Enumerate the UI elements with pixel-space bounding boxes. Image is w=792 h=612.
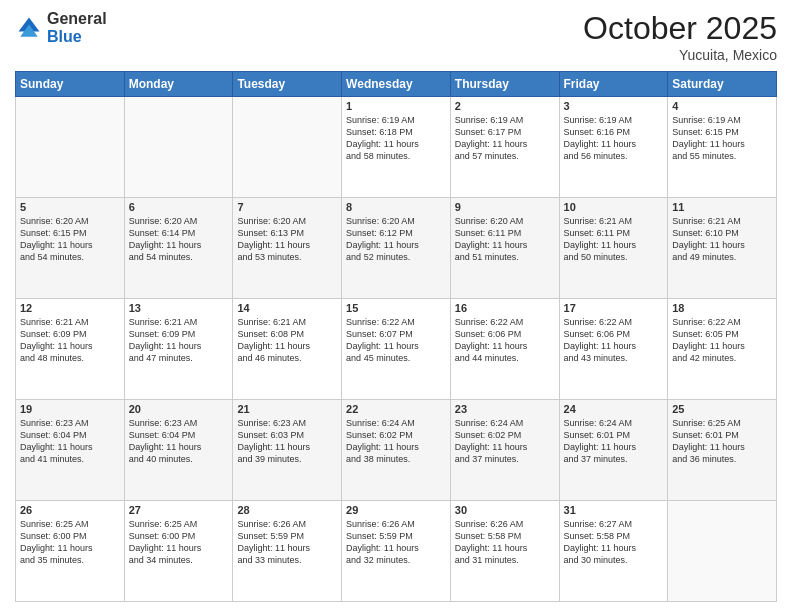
table-row: 22Sunrise: 6:24 AM Sunset: 6:02 PM Dayli… [342,400,451,501]
day-info: Sunrise: 6:24 AM Sunset: 6:02 PM Dayligh… [455,417,555,466]
day-info: Sunrise: 6:22 AM Sunset: 6:05 PM Dayligh… [672,316,772,365]
day-number: 21 [237,403,337,415]
col-sunday: Sunday [16,72,125,97]
day-number: 31 [564,504,664,516]
table-row: 23Sunrise: 6:24 AM Sunset: 6:02 PM Dayli… [450,400,559,501]
day-number: 26 [20,504,120,516]
logo-text: General Blue [47,10,107,45]
day-info: Sunrise: 6:23 AM Sunset: 6:04 PM Dayligh… [20,417,120,466]
header-row: Sunday Monday Tuesday Wednesday Thursday… [16,72,777,97]
table-row: 7Sunrise: 6:20 AM Sunset: 6:13 PM Daylig… [233,198,342,299]
calendar-week-row: 5Sunrise: 6:20 AM Sunset: 6:15 PM Daylig… [16,198,777,299]
table-row: 3Sunrise: 6:19 AM Sunset: 6:16 PM Daylig… [559,97,668,198]
logo-general: General [47,10,107,28]
day-info: Sunrise: 6:19 AM Sunset: 6:16 PM Dayligh… [564,114,664,163]
table-row: 24Sunrise: 6:24 AM Sunset: 6:01 PM Dayli… [559,400,668,501]
day-info: Sunrise: 6:23 AM Sunset: 6:03 PM Dayligh… [237,417,337,466]
col-monday: Monday [124,72,233,97]
table-row: 27Sunrise: 6:25 AM Sunset: 6:00 PM Dayli… [124,501,233,602]
day-info: Sunrise: 6:26 AM Sunset: 5:59 PM Dayligh… [346,518,446,567]
calendar-week-row: 1Sunrise: 6:19 AM Sunset: 6:18 PM Daylig… [16,97,777,198]
day-info: Sunrise: 6:27 AM Sunset: 5:58 PM Dayligh… [564,518,664,567]
col-saturday: Saturday [668,72,777,97]
day-number: 27 [129,504,229,516]
day-info: Sunrise: 6:25 AM Sunset: 6:00 PM Dayligh… [129,518,229,567]
day-info: Sunrise: 6:26 AM Sunset: 5:59 PM Dayligh… [237,518,337,567]
day-number: 2 [455,100,555,112]
table-row: 15Sunrise: 6:22 AM Sunset: 6:07 PM Dayli… [342,299,451,400]
day-info: Sunrise: 6:21 AM Sunset: 6:10 PM Dayligh… [672,215,772,264]
day-number: 9 [455,201,555,213]
day-info: Sunrise: 6:22 AM Sunset: 6:06 PM Dayligh… [455,316,555,365]
table-row: 31Sunrise: 6:27 AM Sunset: 5:58 PM Dayli… [559,501,668,602]
table-row: 28Sunrise: 6:26 AM Sunset: 5:59 PM Dayli… [233,501,342,602]
day-number: 7 [237,201,337,213]
day-number: 11 [672,201,772,213]
table-row: 30Sunrise: 6:26 AM Sunset: 5:58 PM Dayli… [450,501,559,602]
table-row: 26Sunrise: 6:25 AM Sunset: 6:00 PM Dayli… [16,501,125,602]
day-info: Sunrise: 6:20 AM Sunset: 6:12 PM Dayligh… [346,215,446,264]
day-info: Sunrise: 6:19 AM Sunset: 6:18 PM Dayligh… [346,114,446,163]
day-number: 1 [346,100,446,112]
day-number: 22 [346,403,446,415]
day-number: 23 [455,403,555,415]
table-row: 2Sunrise: 6:19 AM Sunset: 6:17 PM Daylig… [450,97,559,198]
day-info: Sunrise: 6:26 AM Sunset: 5:58 PM Dayligh… [455,518,555,567]
day-info: Sunrise: 6:24 AM Sunset: 6:02 PM Dayligh… [346,417,446,466]
day-info: Sunrise: 6:22 AM Sunset: 6:07 PM Dayligh… [346,316,446,365]
day-number: 19 [20,403,120,415]
table-row: 19Sunrise: 6:23 AM Sunset: 6:04 PM Dayli… [16,400,125,501]
day-number: 3 [564,100,664,112]
table-row [16,97,125,198]
day-number: 4 [672,100,772,112]
day-info: Sunrise: 6:25 AM Sunset: 6:01 PM Dayligh… [672,417,772,466]
col-tuesday: Tuesday [233,72,342,97]
day-info: Sunrise: 6:21 AM Sunset: 6:08 PM Dayligh… [237,316,337,365]
calendar-header: Sunday Monday Tuesday Wednesday Thursday… [16,72,777,97]
table-row: 6Sunrise: 6:20 AM Sunset: 6:14 PM Daylig… [124,198,233,299]
day-info: Sunrise: 6:20 AM Sunset: 6:11 PM Dayligh… [455,215,555,264]
day-info: Sunrise: 6:21 AM Sunset: 6:11 PM Dayligh… [564,215,664,264]
day-number: 8 [346,201,446,213]
calendar-table: Sunday Monday Tuesday Wednesday Thursday… [15,71,777,602]
calendar-week-row: 12Sunrise: 6:21 AM Sunset: 6:09 PM Dayli… [16,299,777,400]
table-row [668,501,777,602]
day-info: Sunrise: 6:24 AM Sunset: 6:01 PM Dayligh… [564,417,664,466]
logo-blue: Blue [47,28,107,46]
day-number: 20 [129,403,229,415]
table-row: 8Sunrise: 6:20 AM Sunset: 6:12 PM Daylig… [342,198,451,299]
day-number: 10 [564,201,664,213]
day-info: Sunrise: 6:23 AM Sunset: 6:04 PM Dayligh… [129,417,229,466]
day-number: 25 [672,403,772,415]
table-row: 16Sunrise: 6:22 AM Sunset: 6:06 PM Dayli… [450,299,559,400]
table-row: 4Sunrise: 6:19 AM Sunset: 6:15 PM Daylig… [668,97,777,198]
header: General Blue October 2025 Yucuita, Mexic… [15,10,777,63]
day-info: Sunrise: 6:19 AM Sunset: 6:17 PM Dayligh… [455,114,555,163]
table-row: 21Sunrise: 6:23 AM Sunset: 6:03 PM Dayli… [233,400,342,501]
day-number: 17 [564,302,664,314]
day-number: 24 [564,403,664,415]
table-row: 25Sunrise: 6:25 AM Sunset: 6:01 PM Dayli… [668,400,777,501]
day-number: 30 [455,504,555,516]
logo: General Blue [15,10,107,45]
day-number: 6 [129,201,229,213]
table-row: 29Sunrise: 6:26 AM Sunset: 5:59 PM Dayli… [342,501,451,602]
table-row [233,97,342,198]
month-title: October 2025 [583,10,777,47]
day-number: 18 [672,302,772,314]
calendar-body: 1Sunrise: 6:19 AM Sunset: 6:18 PM Daylig… [16,97,777,602]
col-friday: Friday [559,72,668,97]
table-row: 13Sunrise: 6:21 AM Sunset: 6:09 PM Dayli… [124,299,233,400]
calendar-week-row: 19Sunrise: 6:23 AM Sunset: 6:04 PM Dayli… [16,400,777,501]
table-row: 5Sunrise: 6:20 AM Sunset: 6:15 PM Daylig… [16,198,125,299]
table-row: 11Sunrise: 6:21 AM Sunset: 6:10 PM Dayli… [668,198,777,299]
location: Yucuita, Mexico [583,47,777,63]
title-section: October 2025 Yucuita, Mexico [583,10,777,63]
col-thursday: Thursday [450,72,559,97]
day-number: 14 [237,302,337,314]
table-row: 1Sunrise: 6:19 AM Sunset: 6:18 PM Daylig… [342,97,451,198]
table-row: 18Sunrise: 6:22 AM Sunset: 6:05 PM Dayli… [668,299,777,400]
table-row: 14Sunrise: 6:21 AM Sunset: 6:08 PM Dayli… [233,299,342,400]
day-number: 5 [20,201,120,213]
table-row [124,97,233,198]
